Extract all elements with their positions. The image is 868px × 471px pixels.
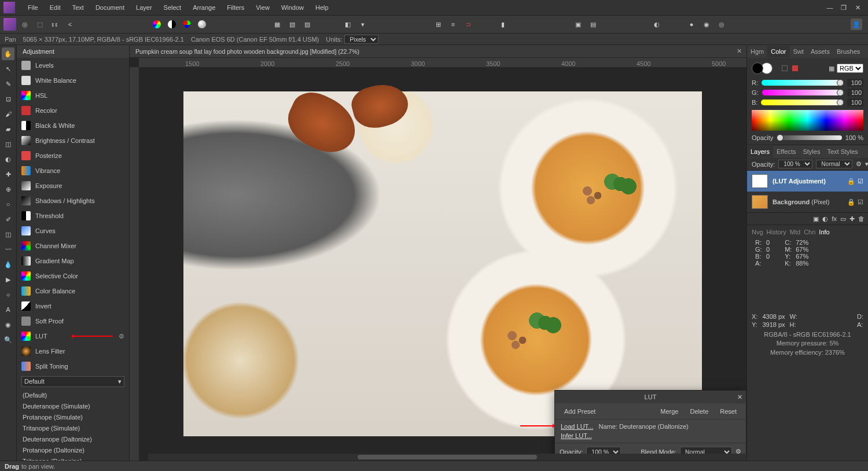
arrange-2-icon[interactable]: ▤ [587, 18, 599, 31]
preset-select[interactable]: Default▾ [21, 376, 124, 387]
cloud-1-icon[interactable]: ● [685, 18, 698, 31]
primary-color-swatch[interactable] [752, 62, 763, 74]
persona-tone-icon[interactable]: ⫾⫾ [49, 18, 61, 31]
persona-liquify-icon[interactable]: ◎ [19, 18, 31, 31]
adjustment-lens-filter[interactable]: Lens Filter [17, 344, 129, 359]
menu-layer[interactable]: Layer [130, 2, 158, 13]
cloud-2-icon[interactable]: ◉ [700, 18, 713, 31]
menu-edit[interactable]: Edit [44, 2, 67, 13]
layer-adjust-icon[interactable]: ◐ [822, 215, 828, 223]
tab-history[interactable]: History [767, 229, 786, 236]
preset-item[interactable]: Tritanope (Simulate) [17, 422, 129, 433]
dialog-close-icon[interactable]: ✕ [737, 393, 742, 401]
adjustment-recolor[interactable]: Recolor [17, 103, 129, 118]
hue-picker[interactable] [752, 110, 863, 131]
menu-help[interactable]: Help [310, 2, 334, 13]
add-preset-button[interactable]: Add Preset [560, 406, 600, 417]
opacity-slider[interactable] [777, 135, 842, 140]
clone-tool[interactable]: ⊕ [2, 183, 14, 196]
adjustment-invert[interactable]: Invert [17, 299, 129, 314]
layer-mask-icon[interactable]: ▣ [813, 215, 819, 223]
menu-select[interactable]: Select [158, 2, 187, 13]
tab-chn[interactable]: Chn [804, 229, 815, 236]
no-color-swatch[interactable] [782, 65, 788, 71]
opacity-value[interactable]: 100 % [845, 134, 863, 141]
rgb-icon[interactable] [181, 18, 193, 31]
tab-nvg[interactable]: Nvg [752, 229, 763, 236]
adjustment-black-white[interactable]: Black & White [17, 118, 129, 133]
crop-icon[interactable]: ◧ [341, 18, 354, 31]
heal-tool[interactable]: ✚ [2, 168, 14, 181]
tab-layers[interactable]: Layers [747, 146, 773, 157]
app-icon[interactable] [3, 18, 16, 31]
lock-icon[interactable]: 🔒 [847, 198, 855, 206]
lock-icon[interactable]: 🔒 [847, 178, 855, 185]
shape-tool[interactable]: ▶ [2, 273, 14, 286]
scrollbar-horizontal[interactable] [148, 454, 746, 461]
tab-assets[interactable]: Assets [807, 46, 833, 57]
grid-icon[interactable]: ⊞ [432, 18, 444, 31]
erase-tool[interactable]: ◫ [2, 228, 14, 241]
move-tool[interactable]: ↖ [2, 62, 14, 75]
dialog-titlebar[interactable]: LUT ✕ [555, 391, 746, 403]
layers-blend-select[interactable]: Normal [816, 160, 852, 168]
text-tool[interactable]: A [2, 303, 14, 316]
tab-effects[interactable]: Effects [773, 146, 799, 157]
grid-icon[interactable]: ▦ [829, 65, 834, 72]
b-slider[interactable] [761, 100, 844, 105]
layer-group-icon[interactable]: ▭ [840, 215, 846, 223]
selection-3-icon[interactable]: ▨ [301, 18, 314, 31]
b-value[interactable]: 100 [847, 98, 863, 106]
magnet-icon[interactable]: ⊃ [462, 18, 475, 31]
pen-tool[interactable]: ✐ [2, 213, 14, 226]
adjustment-posterize[interactable]: Posterize [17, 148, 129, 163]
preset-item[interactable]: Protanope (Daltonize) [17, 444, 129, 455]
persona-export-icon[interactable]: < [64, 18, 76, 31]
smudge-tool[interactable]: 〰 [2, 243, 14, 256]
user-avatar[interactable]: 👤 [851, 19, 862, 30]
fill-tool[interactable]: ▰ [2, 123, 14, 135]
guides-icon[interactable]: ≡ [447, 18, 459, 31]
close-tab-icon[interactable]: ✕ [732, 47, 746, 55]
viewport[interactable]: LUT ✕ Add Preset Merge Delete Reset [139, 67, 746, 461]
g-slider[interactable] [762, 90, 844, 95]
persona-develop-icon[interactable]: ⬚ [34, 18, 46, 31]
layers-cog-icon[interactable]: ⚙ [856, 160, 862, 168]
delete-button[interactable]: Delete [685, 406, 713, 417]
brush-tool[interactable]: ✎ [2, 78, 14, 90]
tab-hgm[interactable]: Hgm [747, 46, 767, 57]
adjustment-shadows-highlights[interactable]: Shadows / Highlights [17, 193, 129, 208]
blur-tool[interactable]: 💧 [2, 258, 14, 271]
document-tab[interactable]: Pumpkin cream soup flat lay food photo w… [130, 46, 365, 57]
minimize-button[interactable]: — [823, 2, 837, 13]
adjustment-lut[interactable]: LUT⚙ [17, 329, 129, 344]
adjustment-selective-color[interactable]: Selective Color [17, 268, 129, 284]
selection-1-icon[interactable]: ▦ [271, 18, 284, 31]
adjustment-white-balance[interactable]: White Balance [17, 73, 129, 88]
reset-button[interactable]: Reset [715, 406, 741, 417]
adjustment-soft-proof[interactable]: Soft Proof [17, 314, 129, 329]
layer-delete-icon[interactable]: 🗑 [858, 215, 865, 222]
layer-row[interactable]: (LUT Adjustment)🔒☑ [747, 171, 868, 192]
color-wheel-icon[interactable] [150, 18, 163, 31]
arrange-1-icon[interactable]: ▣ [572, 18, 584, 31]
adjustment-channel-mixer[interactable]: Channel Mixer [17, 238, 129, 253]
pan-tool[interactable]: ✋ [2, 47, 14, 60]
adjustment-curves[interactable]: Curves [17, 223, 129, 238]
merge-button[interactable]: Merge [656, 406, 683, 417]
lock-icon[interactable]: ▮ [496, 18, 509, 31]
tab-color[interactable]: Color [767, 46, 789, 57]
adjustment-levels[interactable]: Levels [17, 58, 129, 73]
menu-document[interactable]: Document [90, 2, 130, 13]
menu-window[interactable]: Window [275, 2, 310, 13]
menu-view[interactable]: View [250, 2, 275, 13]
paint-tool[interactable]: 🖌 [2, 108, 14, 120]
visibility-checkbox[interactable]: ☑ [858, 178, 863, 185]
adjustment-exposure[interactable]: Exposure [17, 178, 129, 193]
tab-swt[interactable]: Swt [790, 46, 807, 57]
units-select[interactable]: Pixels [344, 35, 378, 44]
vector-tool[interactable]: ⟐ [2, 288, 14, 301]
g-value[interactable]: 100 [847, 89, 863, 97]
adjustment-tab[interactable]: Adjustment [17, 46, 60, 57]
infer-lut-link[interactable]: Infer LUT... [561, 432, 592, 439]
